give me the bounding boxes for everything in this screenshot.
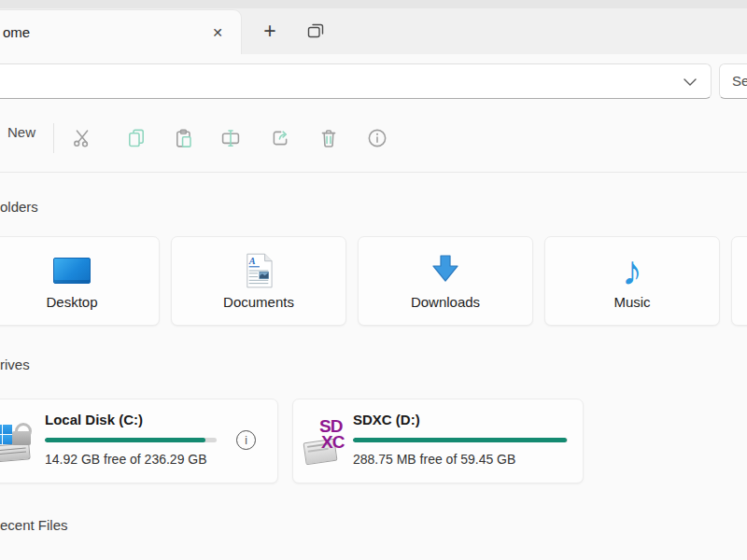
paste-button[interactable] [164, 119, 204, 158]
close-icon: ✕ [212, 25, 223, 40]
sd-card-icon: SD XC [304, 416, 357, 469]
copy-button[interactable] [117, 119, 156, 158]
folder-label: Desktop [46, 294, 97, 310]
new-button[interactable]: New [7, 124, 35, 140]
drive-name: Local Disk (C:) [45, 412, 143, 427]
drives-section-header[interactable]: rives [0, 357, 30, 372]
share-icon [269, 127, 291, 149]
window-top-edge [0, 0, 747, 8]
details-button[interactable] [358, 119, 397, 158]
drive-free-space: 14.92 GB free of 236.29 GB [45, 452, 207, 467]
command-toolbar: New [0, 105, 747, 173]
folder-card-downloads[interactable]: Downloads [358, 236, 533, 326]
folder-card-documents[interactable]: A Documents [171, 236, 346, 326]
windows-drive-lock-icon [0, 418, 41, 467]
drive-free-space: 288.75 MB free of 59.45 GB [353, 452, 515, 467]
address-dropdown-button[interactable] [681, 77, 699, 88]
delete-icon [317, 127, 340, 149]
rename-button[interactable] [211, 119, 250, 158]
address-bar[interactable] [0, 63, 712, 99]
tab-home[interactable]: ome ✕ [0, 9, 242, 55]
tab-list-button[interactable] [303, 19, 329, 43]
drive-usage-bar [353, 438, 568, 442]
cut-button[interactable] [63, 119, 102, 158]
desktop-icon [53, 258, 91, 284]
toolbar-divider [53, 123, 54, 153]
folders-section-header[interactable]: olders [0, 199, 38, 215]
drive-usage-bar [45, 438, 217, 442]
tab-bar: ome ✕ + [0, 0, 747, 54]
tab-list-icon [305, 21, 326, 41]
drive-card-c[interactable]: Local Disk (C:) i 14.92 GB free of 236.2… [0, 399, 278, 483]
drive-name: SDXC (D:) [353, 412, 420, 427]
folder-card-desktop[interactable]: Desktop [0, 236, 160, 326]
paste-icon [173, 127, 195, 149]
tab-close-button[interactable]: ✕ [205, 21, 230, 44]
delete-button[interactable] [309, 119, 348, 158]
drive-card-d[interactable]: SD XC SDXC (D:) 288.75 MB free of 59.45 … [292, 399, 584, 483]
chevron-down-icon [683, 77, 698, 87]
share-button[interactable] [261, 119, 300, 158]
recent-files-section-header[interactable]: ecent Files [0, 517, 68, 533]
folder-label: Documents [223, 294, 294, 310]
download-arrow-icon [430, 254, 460, 287]
plus-icon: + [263, 19, 275, 44]
folder-label: Downloads [411, 294, 480, 310]
file-explorer-window: ome ✕ + Se New [0, 0, 747, 560]
search-input[interactable]: Se [719, 63, 747, 99]
music-note-icon: ♪ [622, 253, 642, 288]
document-icon: A [245, 253, 273, 288]
new-tab-button[interactable]: + [256, 18, 284, 44]
navigation-row [0, 54, 747, 105]
folder-label: Music [613, 294, 650, 310]
search-placeholder-text: Se [732, 73, 747, 89]
rename-icon [219, 127, 242, 149]
info-icon: i [245, 434, 247, 447]
drive-info-button[interactable]: i [236, 430, 256, 450]
tab-title: ome [3, 24, 30, 40]
copy-icon [125, 127, 148, 149]
folder-card-music[interactable]: ♪ Music [544, 236, 720, 326]
windows-logo-icon [0, 425, 12, 444]
cut-icon [71, 127, 93, 149]
svg-text:A: A [248, 256, 256, 266]
folder-card-cropped[interactable] [731, 236, 747, 326]
info-icon [366, 127, 388, 149]
